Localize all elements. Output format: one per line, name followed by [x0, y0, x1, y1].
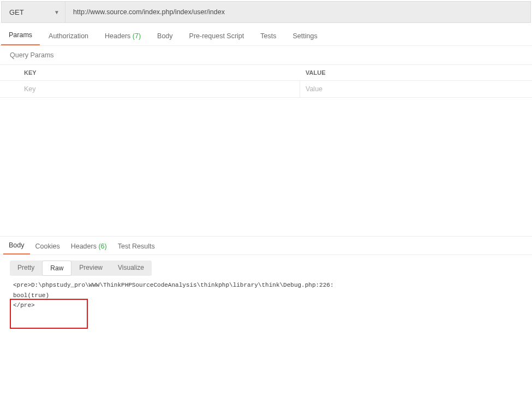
query-params-value-header: VALUE [300, 65, 532, 80]
resp-tab-headers[interactable]: Headers (6) [65, 238, 112, 255]
chevron-down-icon: ▼ [54, 9, 59, 15]
query-params-value-input[interactable]: Value [300, 81, 532, 97]
view-visualize[interactable]: Visualize [110, 261, 152, 276]
request-row: GET ▼ http://www.source.com/index.php/in… [1, 1, 531, 23]
tab-body[interactable]: Body [150, 26, 181, 45]
response-line-2: bool(true) [13, 292, 49, 299]
tab-headers-count: (7) [133, 32, 141, 40]
resp-tab-body[interactable]: Body [3, 237, 30, 255]
request-body-spacer [0, 98, 532, 236]
request-tabs: Params Authorization Headers (7) Body Pr… [0, 23, 532, 46]
response-body[interactable]: <pre>D:\phpstudy_pro\WWW\ThinkPHPSourceC… [0, 279, 532, 312]
query-params-header-row: KEY VALUE [0, 65, 532, 81]
http-method-select[interactable]: GET ▼ [1, 1, 65, 23]
query-params-input-row: Key Value [0, 81, 532, 98]
view-raw[interactable]: Raw [42, 261, 71, 276]
view-mode-row: Pretty Raw Preview Visualize [0, 255, 532, 279]
query-params-key-header: KEY [0, 65, 300, 80]
response-line-3: </pre> [13, 302, 35, 309]
resp-tab-tests[interactable]: Test Results [112, 238, 160, 255]
query-params-title: Query Params [0, 46, 532, 65]
tab-params[interactable]: Params [1, 25, 40, 45]
resp-tab-headers-label: Headers [71, 243, 97, 250]
tab-tests[interactable]: Tests [253, 26, 284, 45]
tab-settings[interactable]: Settings [285, 26, 325, 45]
view-preview[interactable]: Preview [71, 261, 110, 276]
url-value: http://www.source.com/index.php/index/us… [73, 8, 225, 16]
response-line-1: <pre>D:\phpstudy_pro\WWW\ThinkPHPSourceC… [13, 282, 334, 288]
query-params-key-input[interactable]: Key [0, 81, 300, 97]
tab-prerequest[interactable]: Pre-request Script [182, 26, 252, 45]
http-method-label: GET [9, 8, 24, 16]
tab-authorization[interactable]: Authorization [41, 26, 96, 45]
view-mode-group: Pretty Raw Preview Visualize [10, 261, 152, 276]
resp-tab-cookies[interactable]: Cookies [30, 238, 65, 255]
tab-headers[interactable]: Headers (7) [97, 26, 148, 45]
url-input[interactable]: http://www.source.com/index.php/index/us… [65, 1, 531, 23]
tab-headers-label: Headers [105, 32, 130, 40]
response-tabs: Body Cookies Headers (6) Test Results [0, 236, 532, 255]
resp-tab-headers-count: (6) [98, 243, 106, 250]
response-body-wrap: <pre>D:\phpstudy_pro\WWW\ThinkPHPSourceC… [0, 279, 532, 312]
view-pretty[interactable]: Pretty [10, 261, 42, 276]
